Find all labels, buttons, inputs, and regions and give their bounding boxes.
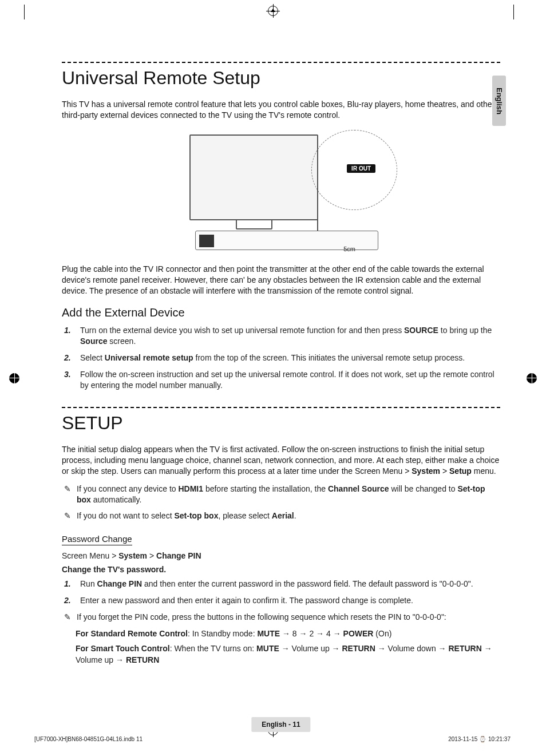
- note-icon: ✎: [64, 612, 71, 623]
- list-item: 1. Turn on the external device you wish …: [64, 325, 500, 347]
- list-item: 1. Run Change PIN and then enter the cur…: [64, 579, 500, 589]
- intro-paragraph: This TV has a universal remote control f…: [62, 99, 500, 121]
- step-number: 2.: [64, 595, 74, 606]
- step-number: 2.: [64, 353, 74, 363]
- ir-cable: [317, 152, 318, 238]
- page-number: English - 11: [251, 717, 310, 732]
- section-divider: [62, 407, 500, 408]
- list-item: 2. Select Universal remote setup from th…: [64, 353, 500, 363]
- pin-reset-block: For Standard Remote Control: In Standby …: [64, 628, 500, 666]
- step-number: 1.: [64, 325, 74, 347]
- list-item: 3. Follow the on-screen instruction and …: [64, 369, 500, 391]
- footer-timestamp: 2013-11-15 ⌚10:21:37: [448, 736, 511, 742]
- registration-mark-icon: [268, 6, 278, 16]
- ir-out-label: IR OUT: [347, 164, 375, 173]
- step-number: 1.: [64, 579, 74, 589]
- note-item: ✎ If you do not want to select Set-top b…: [64, 510, 500, 522]
- registration-mark-icon: [9, 373, 19, 383]
- list-item: 2. Enter a new password and then enter i…: [64, 595, 500, 606]
- section-divider: [62, 62, 500, 63]
- note-icon: ✎: [64, 510, 71, 522]
- footer-filename: [UF7000-XH]BN68-04851G-04L16.indb 11: [34, 736, 143, 742]
- add-device-steps: 1. Turn on the external device you wish …: [64, 325, 500, 390]
- subheading-password-change: Password Change: [62, 534, 132, 545]
- password-lead: Change the TV's password.: [62, 565, 500, 574]
- note-icon: ✎: [64, 484, 71, 506]
- section-title-setup: SETUP: [62, 413, 500, 434]
- password-steps: 1. Run Change PIN and then enter the cur…: [64, 579, 500, 606]
- setup-intro: The initial setup dialog appears when th…: [62, 444, 500, 477]
- crop-mark: [24, 5, 25, 19]
- menu-path: Screen Menu > System > Change PIN: [62, 551, 500, 560]
- subheading-add-device: Add the External Device: [62, 306, 500, 319]
- language-tab: English: [492, 76, 506, 126]
- tv-icon: [189, 134, 318, 220]
- note-item: ✎ If you connect any device to HDMI1 bef…: [64, 484, 500, 506]
- registration-mark-icon: [527, 373, 537, 383]
- connection-diagram: IR OUT 5cm: [158, 129, 404, 255]
- ir-paragraph: Plug the cable into the TV IR connector …: [62, 264, 500, 296]
- clock-icon: ⌚: [479, 736, 486, 742]
- crop-mark: [513, 5, 514, 19]
- distance-label: 5cm: [343, 246, 355, 252]
- section-title-universal-remote: Universal Remote Setup: [62, 68, 500, 89]
- step-number: 3.: [64, 369, 74, 391]
- note-item: ✎ If you forget the PIN code, press the …: [64, 612, 500, 623]
